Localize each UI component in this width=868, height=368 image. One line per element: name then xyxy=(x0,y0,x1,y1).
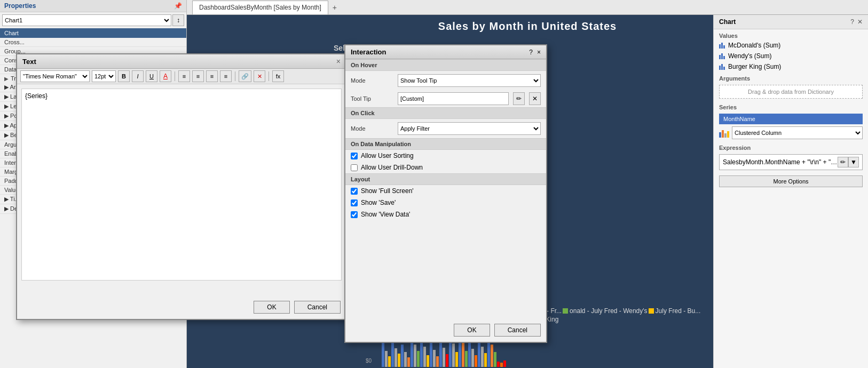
show-fullscreen-label: Show 'Full Screen' xyxy=(361,187,414,195)
bar-group-7 xyxy=(439,339,448,367)
show-fullscreen-checkbox[interactable] xyxy=(351,188,358,195)
expression-edit-button[interactable]: ✏ xyxy=(838,157,848,167)
text-dialog-close-button[interactable]: × xyxy=(336,57,341,66)
bar-group-10 xyxy=(468,340,477,367)
on-hover-mode-row: Mode Show Tool Tip xyxy=(345,71,546,90)
text-dialog-title: Text xyxy=(22,58,36,66)
underline-button[interactable]: U xyxy=(146,70,157,82)
text-content-area[interactable]: {Series} xyxy=(21,89,342,281)
text-dialog-footer: OK Cancel xyxy=(254,301,341,314)
link-button[interactable]: 🔗 xyxy=(239,70,251,82)
value-label-burgerking: Burger King (Sum) xyxy=(728,63,781,70)
show-viewdata-row: Show 'View Data' xyxy=(345,209,546,220)
interaction-dialog-footer: OK Cancel xyxy=(454,324,541,337)
formula-button[interactable]: fx xyxy=(272,70,284,82)
on-click-mode-select[interactable]: Apply Filter xyxy=(398,122,541,135)
chart-panel-title: Chart xyxy=(719,18,736,26)
panel-header-buttons: ? ✕ xyxy=(850,18,863,26)
text-toolbar: "Times New Roman" 12pt B I U A ≡ ≡ ≡ ≡ 🔗… xyxy=(17,69,346,84)
show-save-checkbox[interactable] xyxy=(351,199,358,206)
sidebar-title: Properties xyxy=(4,2,36,10)
allow-drilldown-checkbox[interactable] xyxy=(351,164,358,171)
tooltip-label: Tool Tip xyxy=(351,95,393,102)
bar-group-2 xyxy=(391,340,400,367)
value-label-mcdonalds: McDonald's (Sum) xyxy=(728,42,780,49)
value-item-mcdonalds: McDonald's (Sum) xyxy=(714,40,868,51)
on-hover-mode-select[interactable]: Show Tool Tip xyxy=(398,74,541,87)
italic-button[interactable]: I xyxy=(132,70,144,82)
expression-section-label: Expression xyxy=(714,141,868,152)
chart-type-select[interactable]: Clustered Column xyxy=(732,126,863,139)
toolbar-divider-1 xyxy=(175,71,175,81)
arguments-section-label: Arguments xyxy=(714,72,868,83)
values-section-label: Values xyxy=(714,29,868,40)
tooltip-input[interactable] xyxy=(398,92,509,105)
tooltip-row: Tool Tip ✏ ✕ xyxy=(345,90,546,107)
chart-selector[interactable]: Chart1 xyxy=(2,14,171,26)
text-dialog: Text × "Times New Roman" 12pt B I U A ≡ … xyxy=(16,53,347,320)
chart-type-icon xyxy=(719,128,730,138)
font-family-select[interactable]: "Times New Roman" xyxy=(20,70,90,82)
bold-button[interactable]: B xyxy=(118,70,130,82)
expression-expand-button[interactable]: ▼ xyxy=(848,157,859,167)
text-dialog-cancel-button[interactable]: Cancel xyxy=(294,301,341,314)
legend-item-3: onald - July Fred - Wendy's xyxy=(563,307,647,315)
tab-label: DashboardSalesByMonth [Sales by Month] xyxy=(199,4,321,11)
tooltip-clear-button[interactable]: ✕ xyxy=(529,92,541,105)
clear-button[interactable]: ✕ xyxy=(254,70,265,82)
interaction-dialog: Interaction ? × On Hover Mode Show Tool … xyxy=(344,44,547,343)
value-item-wendys: Wendy's (Sum) xyxy=(714,51,868,61)
right-chart-panel: Chart ? ✕ Values McDonald's (Sum) Wendy'… xyxy=(713,15,868,368)
tooltip-edit-button[interactable]: ✏ xyxy=(513,92,525,105)
sidebar-header: Properties 📌 xyxy=(0,0,186,12)
drag-drop-box[interactable]: Drag & drop data from Dictionary xyxy=(719,85,863,99)
layout-section: Layout xyxy=(345,173,546,185)
interaction-dialog-title: Interaction xyxy=(351,48,386,56)
bar-group-14 xyxy=(503,361,506,367)
bar-group-6 xyxy=(430,341,439,367)
expression-box: SalesbyMonth.MonthName + "\r\n" + "Fred"… xyxy=(719,154,863,170)
on-click-mode-label: Mode xyxy=(351,125,393,132)
interaction-ok-button[interactable]: OK xyxy=(454,324,490,337)
bar-group-3 xyxy=(401,345,410,367)
allow-sorting-label: Allow User Sorting xyxy=(361,152,414,159)
chart-selector-row: Chart1 ↕ xyxy=(2,14,184,26)
series-item-monthname[interactable]: MonthName xyxy=(719,114,863,124)
text-dialog-header: Text × xyxy=(17,54,346,69)
chart-panel-header: Chart ? ✕ xyxy=(714,15,868,29)
sidebar-chart-section: Chart xyxy=(0,28,186,38)
font-size-select[interactable]: 12pt xyxy=(92,70,116,82)
bar-group-1 xyxy=(382,343,391,367)
interaction-close-button[interactable]: × xyxy=(537,49,541,56)
on-data-manip-section: On Data Manipulation xyxy=(345,138,546,150)
bar-icon-wendys xyxy=(719,53,725,59)
sort-button[interactable]: ↕ xyxy=(172,14,184,26)
bar-icon-mcdonalds xyxy=(719,43,725,49)
on-click-section: On Click xyxy=(345,107,546,119)
show-viewdata-label: Show 'View Data' xyxy=(361,211,410,218)
show-save-label: Show 'Save' xyxy=(361,199,396,206)
align-left-button[interactable]: ≡ xyxy=(178,70,190,82)
align-right-button[interactable]: ≡ xyxy=(206,70,218,82)
panel-help-button[interactable]: ? xyxy=(850,18,854,26)
series-section-label: Series xyxy=(714,101,868,111)
tab-add-button[interactable]: + xyxy=(328,1,341,14)
more-options-button[interactable]: More Options xyxy=(719,175,863,187)
allow-sorting-checkbox[interactable] xyxy=(351,153,358,159)
show-viewdata-checkbox[interactable] xyxy=(351,211,358,218)
toolbar-divider-2 xyxy=(235,71,235,81)
align-center-button[interactable]: ≡ xyxy=(192,70,204,82)
text-dialog-ok-button[interactable]: OK xyxy=(254,301,289,314)
sidebar-row-cross: Cross... xyxy=(0,38,186,47)
allow-sorting-row: Allow User Sorting xyxy=(345,150,546,162)
interaction-dialog-header: Interaction ? × xyxy=(345,45,546,59)
font-color-button[interactable]: A xyxy=(160,70,171,82)
interaction-cancel-button[interactable]: Cancel xyxy=(494,324,541,337)
tab-dashboard[interactable]: DashboardSalesByMonth [Sales by Month] xyxy=(192,1,328,14)
panel-close-button[interactable]: ✕ xyxy=(857,18,863,26)
align-justify-button[interactable]: ≡ xyxy=(220,70,232,82)
legend-item-4: July Fred - Bu... xyxy=(649,307,701,315)
value-label-wendys: Wendy's (Sum) xyxy=(728,52,771,60)
on-click-mode-row: Mode Apply Filter xyxy=(345,119,546,138)
interaction-help-button[interactable]: ? xyxy=(529,49,533,56)
